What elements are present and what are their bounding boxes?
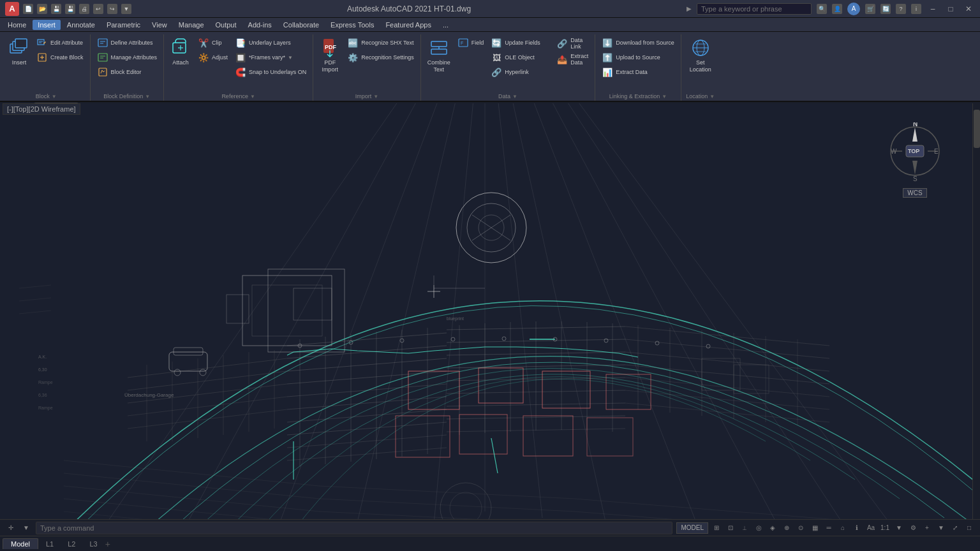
blockdef-group-expand[interactable]: ▼	[145, 94, 150, 99]
undo-icon[interactable]: ↩	[93, 4, 103, 14]
add-layout-button[interactable]: +	[105, 539, 110, 549]
redo-icon[interactable]: ↪	[107, 4, 117, 14]
plus-icon[interactable]: +	[921, 522, 933, 534]
ribbon-btn-block-editor[interactable]: Block Editor	[94, 65, 160, 79]
snap-icon[interactable]: ⊡	[725, 522, 736, 534]
ribbon-btn-update-fields[interactable]: 🔄 Update Fields	[488, 36, 552, 50]
frames-dropdown-arrow[interactable]: ▼	[288, 55, 293, 61]
ref-group-expand[interactable]: ▼	[250, 94, 255, 99]
scale-dropdown[interactable]: ▼	[893, 522, 905, 534]
qprops-icon[interactable]: ℹ	[851, 522, 863, 534]
ribbon-btn-hyperlink[interactable]: 🔗 Hyperlink	[488, 65, 552, 79]
ribbon-btn-snap-underlays[interactable]: 🧲 Snap to Underlays ON	[232, 65, 309, 79]
location-group-expand[interactable]: ▼	[709, 94, 715, 99]
cursor-icon[interactable]: ✛	[5, 522, 17, 534]
osnap-icon[interactable]: ◈	[767, 522, 778, 534]
user-icon[interactable]: 👤	[832, 4, 842, 14]
ribbon-btn-download-source[interactable]: ⬇️ Download from Source	[599, 36, 677, 50]
menu-featured-apps[interactable]: Featured Apps	[380, 20, 436, 30]
ribbon-btn-recognition-settings[interactable]: ⚙️ Recognition Settings	[345, 50, 417, 64]
menu-express-tools[interactable]: Express Tools	[325, 20, 379, 30]
search-input[interactable]	[697, 3, 812, 15]
close-button[interactable]: ✕	[962, 4, 975, 14]
ribbon-btn-underlay-layers[interactable]: 📑 Underlay Layers	[232, 36, 309, 50]
ribbon-btn-adjust[interactable]: 🔆 Adjust	[195, 50, 230, 64]
minimize-panel-icon[interactable]: ▼	[935, 522, 947, 534]
ribbon-btn-manage-attributes[interactable]: Manage Attributes	[94, 50, 160, 64]
ribbon-btn-create-block[interactable]: Create Block	[34, 50, 86, 64]
filter-icon[interactable]: ▼	[20, 522, 32, 534]
subscription-icon[interactable]: 🛒	[865, 4, 875, 14]
ribbon-btn-extract-data2[interactable]: 📊 Extract Data	[599, 65, 677, 79]
ui-icon[interactable]: □	[963, 522, 975, 534]
search-arrow-icon[interactable]: ▶	[687, 5, 692, 12]
ribbon-btn-attach[interactable]: Attach	[168, 36, 193, 68]
layout-tab-l1[interactable]: L1	[40, 539, 60, 549]
ribbon-btn-clip[interactable]: ✂️ Clip	[195, 36, 230, 50]
linking-group-expand[interactable]: ▼	[662, 94, 667, 99]
data-group-expand[interactable]: ▼	[512, 94, 517, 99]
menu-home[interactable]: Home	[3, 20, 31, 30]
ducs-icon[interactable]: ⊙	[795, 522, 806, 534]
menu-manage[interactable]: Manage	[174, 20, 209, 30]
print-icon[interactable]: 🖨	[79, 4, 89, 14]
ribbon-btn-insert[interactable]: Insert	[6, 36, 32, 68]
ribbon-btn-extract-data[interactable]: 📤 ExtractData	[554, 52, 591, 67]
account-avatar[interactable]: A	[847, 3, 860, 15]
ribbon-btn-field[interactable]: F Field	[455, 36, 487, 50]
ribbon-btn-combine-text[interactable]: CombineText	[425, 36, 453, 75]
menu-parametric[interactable]: Parametric	[101, 20, 145, 30]
ortho-icon[interactable]: ⟂	[739, 522, 750, 534]
layout-tab-l2[interactable]: L2	[61, 539, 82, 549]
import-group-expand[interactable]: ▼	[373, 94, 378, 99]
ribbon-btn-recognize-shx[interactable]: 🔤 Recognize SHX Text	[345, 36, 417, 50]
ribbon-btn-frames-vary[interactable]: 🔲 *Frames vary* ▼	[232, 50, 309, 64]
ribbon-btn-set-location[interactable]: SetLocation	[687, 36, 714, 75]
polar-icon[interactable]: ◎	[753, 522, 764, 534]
search-button[interactable]: 🔍	[817, 4, 827, 14]
ribbon-btn-edit-attribute[interactable]: Edit Attribute	[34, 36, 86, 50]
sync-icon[interactable]: 🔄	[880, 4, 891, 14]
model-toggle[interactable]: MODEL	[676, 522, 708, 534]
info-icon[interactable]: i	[911, 4, 921, 14]
lweight-icon[interactable]: ═	[823, 522, 835, 534]
ws-icon[interactable]: ⚙	[907, 522, 919, 534]
tpress-icon[interactable]: ⌂	[837, 522, 849, 534]
anno-vis-icon[interactable]: Aa	[865, 522, 877, 534]
dyn-icon[interactable]: ▦	[809, 522, 820, 534]
menu-output[interactable]: Output	[211, 20, 242, 30]
menu-more[interactable]: ...	[438, 20, 454, 30]
menu-collaborate[interactable]: Collaborate	[278, 20, 324, 30]
saveas-icon[interactable]: 💾	[65, 4, 75, 14]
attach-label: Attach	[172, 59, 189, 66]
menu-addins[interactable]: Add-ins	[243, 20, 277, 30]
ribbon-btn-data-link[interactable]: 🔗 DataLink	[554, 36, 591, 51]
menu-insert[interactable]: Insert	[33, 20, 61, 30]
model-tab[interactable]: Model	[3, 538, 38, 549]
block-group-expand[interactable]: ▼	[52, 94, 57, 99]
ribbon-btn-upload-source[interactable]: ⬆️ Upload to Source	[599, 50, 677, 64]
minimize-button[interactable]: –	[926, 4, 939, 14]
otrack-icon[interactable]: ⊕	[781, 522, 792, 534]
menu-annotate[interactable]: Annotate	[62, 20, 100, 30]
anno-scale-icon[interactable]: 1:1	[879, 522, 891, 534]
new-file-icon[interactable]: 📄	[23, 4, 33, 14]
open-file-icon[interactable]: 📂	[37, 4, 47, 14]
layout-tab-l3[interactable]: L3	[83, 539, 103, 549]
canvas-area[interactable]: Überdachung-Garage blueprint A.K. 6,30 R…	[0, 103, 972, 519]
qat-customize-icon[interactable]: ▼	[121, 4, 131, 14]
ribbon-btn-define-attributes[interactable]: Define Attributes	[94, 36, 160, 50]
titlebar-right: ▶ 🔍 👤 A 🛒 🔄 ? i – □ ✕	[687, 3, 975, 15]
ribbon-btn-ole-object[interactable]: 🖼 OLE Object	[488, 50, 552, 64]
restore-button[interactable]: □	[944, 4, 957, 14]
help-icon[interactable]: ?	[896, 4, 906, 14]
extract-data-icon: 📤	[556, 54, 568, 65]
command-input[interactable]	[36, 522, 672, 534]
grid-icon[interactable]: ⊞	[711, 522, 722, 534]
save-icon[interactable]: 💾	[51, 4, 61, 14]
scrollbar-thumb[interactable]	[974, 110, 980, 148]
fullscreen-icon[interactable]: ⤢	[949, 522, 961, 534]
menu-view[interactable]: View	[147, 20, 172, 30]
vertical-scrollbar[interactable]	[972, 103, 980, 519]
ribbon-btn-pdf-import[interactable]: PDF PDFImport	[317, 36, 343, 75]
